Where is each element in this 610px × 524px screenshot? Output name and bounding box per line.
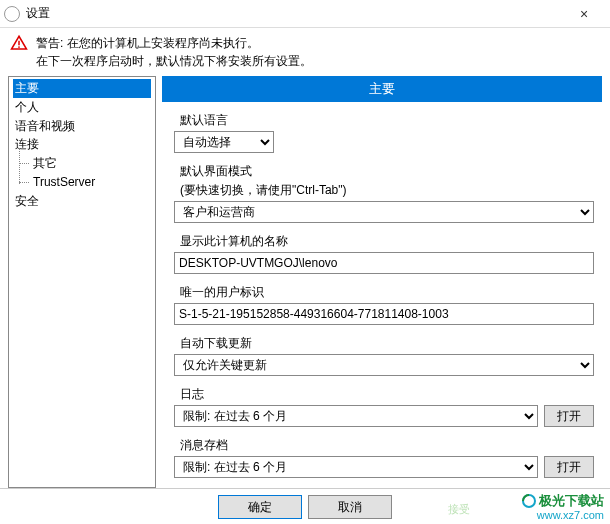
watermark-url: www.xz7.com [521, 509, 604, 521]
dialog-footer: 确定 取消 接受 极光下载站 www.xz7.com [0, 488, 610, 524]
button-journal-open[interactable]: 打开 [544, 405, 594, 427]
warning-line-1: 警告: 在您的计算机上安装程序尚未执行。 [36, 34, 312, 52]
section-header: 主要 [162, 76, 602, 102]
app-icon [4, 6, 20, 22]
watermark-icon [521, 493, 537, 509]
warning-text: 警告: 在您的计算机上安装程序尚未执行。 在下一次程序启动时，默认情况下将安装所… [36, 34, 312, 70]
label-computer-name: 显示此计算机的名称 [180, 233, 594, 250]
tree-item-other[interactable]: 其它 [31, 154, 151, 173]
main-panel: 主要 默认语言 自动选择 默认界面模式 (要快速切换，请使用"Ctrl-Tab"… [162, 76, 602, 488]
window-title: 设置 [26, 5, 562, 22]
warning-line-2: 在下一次程序启动时，默认情况下将安装所有设置。 [36, 52, 312, 70]
tree-item-connection[interactable]: 连接 [13, 135, 151, 154]
ok-button[interactable]: 确定 [218, 495, 302, 519]
settings-tree[interactable]: 主要 个人 语音和视频 连接 其它 TrustServer 安全 [8, 76, 156, 488]
tree-item-personal[interactable]: 个人 [13, 98, 151, 117]
input-user-id[interactable] [174, 303, 594, 325]
close-button[interactable]: × [562, 0, 606, 28]
svg-rect-1 [18, 46, 20, 48]
label-ui-mode: 默认界面模式 [180, 163, 594, 180]
label-auto-update: 自动下载更新 [180, 335, 594, 352]
select-archive[interactable]: 限制: 在过去 6 个月 [174, 456, 538, 478]
hint-ui-mode: (要快速切换，请使用"Ctrl-Tab") [180, 182, 594, 199]
select-ui-mode[interactable]: 客户和运营商 [174, 201, 594, 223]
svg-point-2 [523, 495, 535, 507]
titlebar: 设置 × [0, 0, 610, 28]
tree-item-main[interactable]: 主要 [13, 79, 151, 98]
cancel-button[interactable]: 取消 [308, 495, 392, 519]
button-archive-open[interactable]: 打开 [544, 456, 594, 478]
label-user-id: 唯一的用户标识 [180, 284, 594, 301]
warning-icon [10, 34, 28, 55]
select-auto-update[interactable]: 仅允许关键更新 [174, 354, 594, 376]
select-default-language[interactable]: 自动选择 [174, 131, 274, 153]
label-archive: 消息存档 [180, 437, 594, 454]
tree-item-trustserver[interactable]: TrustServer [31, 173, 151, 192]
accept-hint: 接受 [448, 502, 470, 517]
tree-item-audio-video[interactable]: 语音和视频 [13, 117, 151, 136]
tree-item-security[interactable]: 安全 [13, 192, 151, 211]
label-journal: 日志 [180, 386, 594, 403]
select-journal[interactable]: 限制: 在过去 6 个月 [174, 405, 538, 427]
watermark-brand: 极光下载站 [539, 494, 604, 508]
label-default-language: 默认语言 [180, 112, 594, 129]
warning-banner: 警告: 在您的计算机上安装程序尚未执行。 在下一次程序启动时，默认情况下将安装所… [0, 28, 610, 76]
watermark: 极光下载站 www.xz7.com [521, 493, 604, 521]
svg-rect-0 [18, 41, 20, 46]
input-computer-name[interactable] [174, 252, 594, 274]
